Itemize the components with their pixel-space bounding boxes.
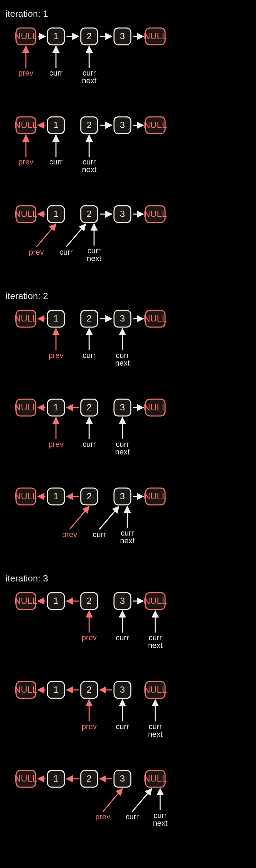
pointer-label-curr: curr	[93, 530, 106, 539]
null-right-label: NULL	[144, 595, 167, 606]
pointer-label-curr-next: currnext	[82, 157, 97, 174]
null-right-label: NULL	[144, 209, 167, 219]
node-3-label: 3	[120, 402, 125, 412]
diagram-row: NULL123NULLprevcurrcurrnext	[6, 395, 250, 476]
pointer-label-curr: curr	[83, 440, 96, 449]
node-3-label: 3	[120, 313, 125, 324]
null-left-label: NULL	[14, 595, 37, 606]
null-left-label: NULL	[14, 491, 37, 501]
pointer-label-prev: prev	[82, 722, 97, 731]
pointer-label-curr-next: currnext	[87, 246, 101, 263]
pointer-label-curr-next: currnext	[148, 722, 163, 739]
node-2-label: 2	[87, 773, 92, 784]
pointer-label-curr: curr	[126, 812, 139, 821]
diagram-row: NULL123NULLprevcurrcurrnext	[6, 484, 250, 565]
null-right-label: NULL	[144, 684, 167, 695]
node-2-label: 2	[87, 31, 92, 41]
null-right-label: NULL	[144, 491, 167, 501]
pointer-label-curr: curr	[83, 351, 96, 360]
null-left-label: NULL	[14, 402, 37, 412]
node-1-label: 1	[54, 31, 58, 41]
pointer-curr	[99, 506, 119, 529]
node-1-label: 1	[54, 120, 58, 130]
diagram-row: NULL123NULLprevcurrcurrnext	[6, 678, 250, 758]
null-right-label: NULL	[144, 313, 167, 324]
node-1-label: 1	[54, 684, 58, 695]
node-2-label: 2	[87, 313, 92, 324]
iteration-title: iteration: 1	[6, 8, 250, 19]
node-3-label: 3	[120, 209, 125, 219]
node-2-label: 2	[87, 595, 92, 606]
node-1-label: 1	[54, 773, 58, 784]
node-2-label: 2	[87, 120, 92, 130]
node-3-label: 3	[120, 31, 125, 41]
pointer-label-curr: curr	[49, 69, 63, 77]
null-left-label: NULL	[14, 120, 37, 130]
pointer-curr	[132, 789, 152, 812]
node-1-label: 1	[54, 313, 58, 324]
node-1-label: 1	[54, 491, 58, 501]
pointer-label-curr-next: currnext	[153, 811, 168, 827]
pointer-label-prev: prev	[62, 530, 77, 539]
pointer-label-prev: prev	[95, 812, 111, 821]
pointer-label-prev: prev	[49, 351, 64, 360]
diagram-row: NULL123NULLprevcurrcurrnext	[6, 113, 250, 193]
diagram-row: NULL123NULLprevcurrcurrnext	[6, 202, 250, 282]
null-left-label: NULL	[14, 209, 37, 219]
node-2-label: 2	[87, 402, 92, 412]
pointer-label-prev: prev	[82, 633, 97, 642]
pointer-label-prev: prev	[19, 69, 34, 77]
node-3-label: 3	[120, 595, 125, 606]
null-right-label: NULL	[144, 120, 167, 130]
node-2-label: 2	[87, 491, 92, 501]
pointer-label-curr-next: currnext	[120, 529, 135, 545]
node-1-label: 1	[54, 402, 58, 412]
null-left-label: NULL	[14, 684, 37, 695]
null-left-label: NULL	[14, 313, 37, 324]
pointer-label-prev: prev	[29, 248, 44, 256]
pointer-curr	[66, 224, 86, 247]
pointer-prev	[36, 224, 56, 247]
pointer-label-curr: curr	[59, 248, 73, 256]
iteration-title: iteration: 3	[6, 573, 250, 584]
linked-list-diagram: iteration: 1NULL123NULLprevcurrcurrnextN…	[0, 0, 256, 868]
null-left-label: NULL	[14, 773, 37, 784]
node-1-label: 1	[54, 209, 58, 219]
node-3-label: 3	[120, 491, 125, 501]
null-right-label: NULL	[144, 31, 167, 41]
pointer-label-prev: prev	[49, 440, 64, 449]
node-2-label: 2	[87, 209, 92, 219]
pointer-label-curr: curr	[49, 157, 63, 166]
pointer-prev	[103, 789, 122, 812]
pointer-label-curr-next: currnext	[115, 440, 130, 456]
diagram-row: NULL123NULLprevcurrcurrnext	[6, 24, 250, 105]
node-1-label: 1	[54, 595, 58, 606]
null-left-label: NULL	[14, 31, 37, 41]
pointer-label-curr: curr	[116, 722, 129, 731]
diagram-row: NULL123NULLprevcurrcurrnext	[6, 306, 250, 387]
node-2-label: 2	[87, 684, 92, 695]
diagram-row: NULL123NULLprevcurrcurrnext	[6, 767, 250, 847]
iteration-title: iteration: 2	[6, 291, 250, 302]
pointer-label-curr: curr	[116, 633, 129, 642]
diagram-row: NULL123NULLprevcurrcurrnext	[6, 589, 250, 669]
null-right-label: NULL	[144, 402, 167, 412]
pointer-label-curr-next: currnext	[82, 69, 97, 85]
node-3-label: 3	[120, 120, 125, 130]
pointer-label-curr-next: currnext	[115, 351, 130, 367]
pointer-label-curr-next: currnext	[148, 633, 163, 650]
pointer-prev	[70, 506, 89, 529]
node-3-label: 3	[120, 684, 125, 695]
null-right-label: NULL	[144, 773, 167, 784]
pointer-label-prev: prev	[19, 157, 34, 166]
node-3-label: 3	[120, 773, 125, 784]
